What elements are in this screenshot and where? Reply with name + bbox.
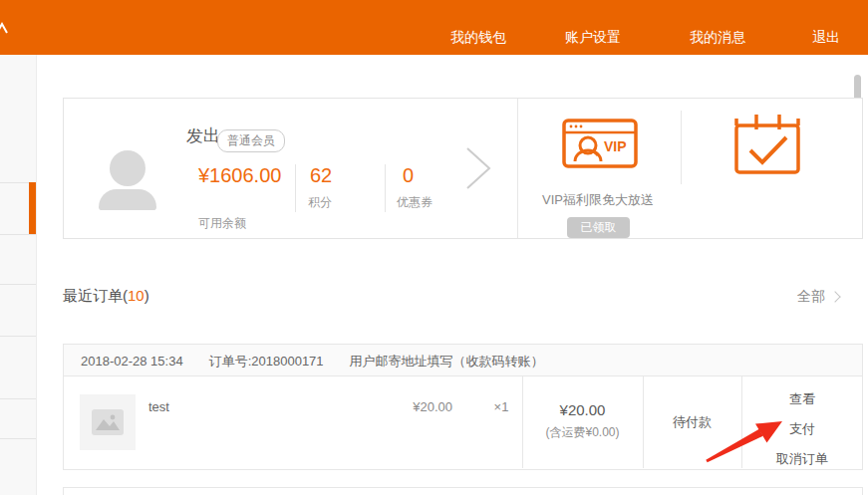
username: 发出 — [186, 124, 220, 147]
image-placeholder-icon — [92, 409, 124, 435]
avatar-head — [110, 150, 145, 186]
member-level-badge: 普通会员 — [217, 129, 285, 152]
logo-mark — [0, 21, 11, 39]
order-card: 2018-02-28 15:34订单号:2018000171用户邮寄地址填写（收… — [63, 344, 863, 470]
sidebar-divider — [0, 234, 36, 235]
sidebar-divider — [0, 398, 36, 399]
chevron-right-icon[interactable] — [462, 146, 492, 194]
claimed-button[interactable]: 已领取 — [567, 217, 630, 238]
stat-divider — [385, 164, 386, 212]
unit-price: ¥20.00 — [393, 399, 452, 414]
order-actions: 查看 支付 取消订单 — [741, 376, 863, 468]
recent-orders-count: 10 — [128, 287, 145, 304]
points-value[interactable]: 62 — [310, 164, 332, 186]
points-label: 积分 — [308, 194, 332, 211]
cancel-order-link[interactable]: 取消订单 — [741, 450, 863, 468]
view-all-link[interactable]: 全部 — [797, 288, 825, 306]
checkin-calendar-icon[interactable] — [733, 113, 801, 180]
order-datetime: 2018-02-28 15:34 — [81, 354, 183, 369]
svg-text:VIP: VIP — [604, 138, 627, 154]
product-thumbnail[interactable] — [80, 394, 136, 450]
vip-promo-title: VIP福利限免大放送 — [513, 191, 683, 209]
sidebar-divider — [0, 336, 36, 337]
vip-promo-icon[interactable]: VIP — [562, 119, 640, 174]
order-status: 待付款 — [643, 413, 741, 431]
recent-orders-title: 最近订单(10) — [63, 287, 149, 306]
order-total-cell: ¥20.00 (含运费¥0.00) — [522, 376, 643, 441]
stat-divider — [295, 164, 296, 212]
sidebar-active-indicator[interactable] — [29, 182, 36, 234]
product-name[interactable]: test — [148, 399, 169, 414]
balance-label: 可用余额 — [198, 215, 246, 232]
balance-value[interactable]: ¥1606.00 — [198, 164, 286, 186]
sidebar-divider — [0, 284, 36, 285]
recent-orders-label-close: ) — [145, 287, 149, 304]
shipping-note: (含运费¥0.00) — [522, 424, 643, 441]
sidebar-divider — [0, 438, 36, 439]
coupons-value[interactable]: 0 — [403, 164, 414, 186]
avatar-shoulders — [99, 189, 156, 210]
order-header-row: 2018-02-28 15:34订单号:2018000171用户邮寄地址填写（收… — [63, 344, 863, 376]
next-order-card-partial — [63, 487, 863, 495]
pay-order-link[interactable]: 支付 — [741, 420, 863, 438]
nav-my-messages[interactable]: 我的消息 — [690, 29, 745, 47]
quantity: ×1 — [480, 399, 522, 414]
card-divider — [681, 111, 682, 184]
card-divider — [517, 99, 518, 238]
coupons-label: 优惠券 — [397, 194, 433, 211]
view-order-link[interactable]: 查看 — [741, 390, 863, 408]
recent-orders-label: 最近订单( — [63, 287, 128, 304]
sidebar-truncated — [0, 55, 37, 495]
user-summary-card: 发出 普通会员 ¥1606.00 可用余额 62 积分 0 优惠券 VIP VI… — [63, 98, 863, 239]
top-header-bar: 我的钱包 账户设置 我的消息 退出 — [0, 0, 868, 55]
order-total: ¥20.00 — [522, 401, 643, 418]
order-body-row: test ¥20.00 ×1 ¥20.00 (含运费¥0.00) 待付款 查看 … — [63, 376, 863, 470]
chevron-right-small-icon — [829, 291, 840, 302]
nav-logout[interactable]: 退出 — [812, 29, 840, 47]
order-note: 用户邮寄地址填写（收款码转账） — [350, 354, 544, 369]
nav-my-wallet[interactable]: 我的钱包 — [450, 29, 506, 47]
order-number: 订单号:2018000171 — [209, 354, 324, 369]
nav-account-settings[interactable]: 账户设置 — [565, 29, 621, 47]
